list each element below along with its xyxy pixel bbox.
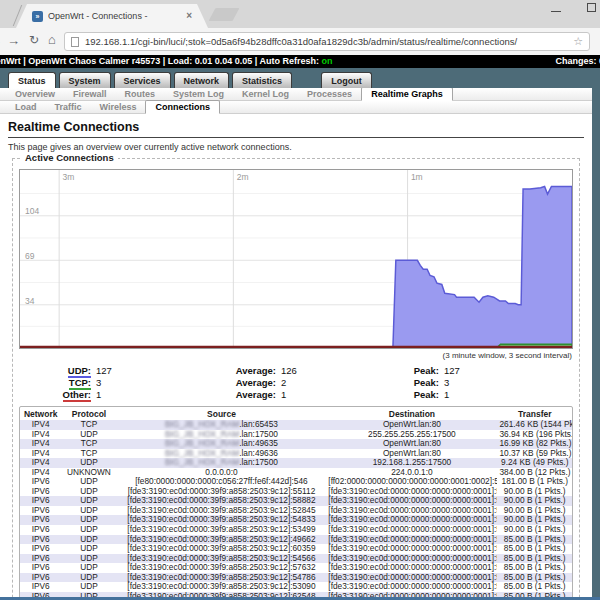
tab-realtime-graphs[interactable]: Realtime Graphs <box>361 88 453 101</box>
series-udp <box>20 187 572 348</box>
cell-source: BIG_JB_HOX_RAM.lan:65453 <box>117 420 327 430</box>
cell-transfer: 16.99 KB (82 Pkts.) <box>497 439 572 449</box>
col-header-protocol: Protocol <box>61 407 116 420</box>
connection-row: IPV4TCPBIG_JB_HOX_RAM.lan:49635OpenWrt.l… <box>20 439 572 449</box>
main-tabs: StatusSystemServicesNetworkStatisticsLog… <box>8 72 375 88</box>
cell-destination: [fde3:3190:ec0d:0000:0000:0000:0000:0001… <box>326 506 497 516</box>
url-text[interactable]: 192.168.1.1/cgi-bin/luci/;stok=0d5a6f94b… <box>85 36 567 47</box>
connection-row: IPV6UDP[fde3:3190:ec0d:0000:39f9:a858:25… <box>20 544 572 554</box>
tab-traffic[interactable]: Traffic <box>46 101 91 113</box>
changes-indicator[interactable]: Changes: 0 <box>555 55 600 68</box>
legend-average-label: Average: <box>216 365 276 376</box>
cell-source: BIG_JB_HOX_RAM.lan:17500 <box>117 430 327 440</box>
source-text: [fde3:3190:ec0d:0000:39f9:a858:2503:9c12… <box>127 535 315 544</box>
tab-status[interactable]: Status <box>8 72 56 88</box>
legend-value: 3 <box>91 377 216 388</box>
cell-destination: [fde3:3190:ec0d:0000:0000:0000:0000:0001… <box>326 496 497 506</box>
tab-load[interactable]: Load <box>6 101 46 113</box>
redacted-hostname: BIG_JB_HOX_RAM <box>165 430 239 439</box>
tab-network[interactable]: Network <box>174 72 230 88</box>
cell-transfer: 181.00 B (1 Pkts.) <box>497 477 572 487</box>
tab-overview[interactable]: Overview <box>6 88 64 100</box>
legend-average-label: Average: <box>216 389 276 400</box>
back-icon[interactable]: ← <box>0 33 2 48</box>
cell-protocol: UNKNOWN <box>61 468 116 478</box>
tab-firewall[interactable]: Firewall <box>64 88 116 100</box>
cell-source: [fe80:0000:0000:0000:c056:27ff:fe6f:442d… <box>117 477 327 487</box>
tab-processes[interactable]: Processes <box>298 88 361 100</box>
connection-row: IPV4TCPBIG_JB_HOX_RAM.lan:49636OpenWrt.l… <box>20 449 572 459</box>
source-text: .lan:65453 <box>239 420 278 429</box>
tab-title: OpenWrt - Connections - <box>48 11 181 21</box>
tab-wireless[interactable]: Wireless <box>91 101 146 113</box>
tab-statistics[interactable]: Statistics <box>232 72 292 88</box>
col-header-network: Network <box>20 407 61 420</box>
legend-value: 127 <box>91 365 216 376</box>
redacted-hostname: BIG_JB_HOX_RAM <box>165 439 239 448</box>
cell-transfer: 85.00 B (1 Pkts.) <box>497 544 572 554</box>
forward-icon[interactable]: → <box>7 33 20 48</box>
cell-transfer: 261.46 KB (1544 Pkts.) <box>497 420 572 430</box>
reload-icon[interactable]: ↻ <box>29 33 39 47</box>
status-left-text: OpenWrt | OpenWrt Chaos Calmer r45573 | … <box>0 56 322 66</box>
connection-row: IPV4TCPBIG_JB_HOX_RAM.lan:65453OpenWrt.l… <box>20 420 572 430</box>
page-description: This page gives an overview over current… <box>8 142 584 152</box>
source-text: .lan:49636 <box>239 449 278 458</box>
cell-destination: [fde3:3190:ec0d:0000:0000:0000:0000:0001… <box>326 573 497 583</box>
series-other <box>20 347 572 348</box>
content-area: OverviewFirewallRoutesSystem LogKernel L… <box>0 88 592 597</box>
table-header-row: NetworkProtocolSourceDestinationTransfer <box>20 407 572 420</box>
cell-transfer: 9.24 KB (49 Pkts.) <box>497 458 572 468</box>
page-icon[interactable] <box>71 37 79 47</box>
cell-destination: [fde3:3190:ec0d:0000:0000:0000:0000:0001… <box>326 582 497 592</box>
new-tab-button[interactable] <box>209 8 240 21</box>
connection-row: IPV6UDP[fde3:3190:ec0d:0000:39f9:a858:25… <box>20 563 572 573</box>
connection-row: IPV4UDPBIG_JB_HOX_RAM.lan:17500192.168.1… <box>20 458 572 468</box>
cell-network: IPV4 <box>20 430 61 440</box>
cell-protocol: TCP <box>61 420 116 430</box>
home-icon[interactable]: ⌂ <box>48 32 56 47</box>
tab-services[interactable]: Services <box>114 72 171 88</box>
source-text: [fde3:3190:ec0d:0000:39f9:a858:2503:9c12… <box>127 554 315 563</box>
minimize-icon[interactable] <box>551 11 561 12</box>
active-connections-section: Active Connections 10469343m2m1m (3 minu… <box>12 158 580 597</box>
cell-destination: [fde3:3190:ec0d:0000:0000:0000:0000:0001… <box>326 525 497 535</box>
browser-tab[interactable]: » OpenWrt - Connections - × <box>16 4 208 28</box>
page-title: Realtime Connections <box>8 120 584 138</box>
cell-protocol: UDP <box>61 496 116 506</box>
screenshot-stage: » OpenWrt - Connections - × ← → ↻ ⌂ 192.… <box>0 0 600 600</box>
cell-protocol: UDP <box>61 554 116 564</box>
chart-caption: (3 minute window, 3 second interval) <box>20 351 572 360</box>
source-text: [fde3:3190:ec0d:0000:39f9:a858:2503:9c12… <box>127 515 315 524</box>
bookmark-star-icon[interactable]: ☆ <box>573 35 583 48</box>
section-title: Active Connections <box>21 152 118 163</box>
maximize-icon[interactable] <box>587 3 596 12</box>
cell-source: [fde3:3190:ec0d:0000:39f9:a858:2503:9c12… <box>117 506 327 516</box>
source-text: 0.0.0.0:0 <box>205 468 237 477</box>
tab-system[interactable]: System <box>59 72 111 88</box>
page-background: OverviewFirewallRoutesSystem LogKernel L… <box>0 88 600 597</box>
connection-row: IPV6UDP[fde3:3190:ec0d:0000:39f9:a858:25… <box>20 535 572 545</box>
cell-transfer: 85.00 B (1 Pkts.) <box>497 582 572 592</box>
url-bar[interactable]: 192.168.1.1/cgi-bin/luci/;stok=0d5a6f94b… <box>64 32 590 51</box>
cell-protocol: UDP <box>61 515 116 525</box>
tab-kernel-log[interactable]: Kernel Log <box>233 88 298 100</box>
connection-row: IPV6UDP[fde3:3190:ec0d:0000:39f9:a858:25… <box>20 582 572 592</box>
source-text: [fde3:3190:ec0d:0000:39f9:a858:2503:9c12… <box>128 487 316 496</box>
tab-close-icon[interactable]: × <box>186 11 192 21</box>
cell-destination: OpenWrt.lan:80 <box>326 420 497 430</box>
cell-transfer: 384.00 B (12 Pkts.) <box>497 468 572 478</box>
legend-peak-value: 1 <box>439 389 573 400</box>
tab-logout[interactable]: Logout <box>321 72 372 88</box>
source-text: [fde3:3190:ec0d:0000:39f9:a858:2503:9c12… <box>127 573 315 582</box>
tab-connections[interactable]: Connections <box>145 100 220 114</box>
tab-system-log[interactable]: System Log <box>164 88 233 100</box>
cell-protocol: UDP <box>61 487 116 497</box>
cell-destination: [fde3:3190:ec0d:0000:0000:0000:0000:0001… <box>326 544 497 554</box>
cell-protocol: UDP <box>61 563 116 573</box>
cell-transfer: 85.00 B (1 Pkts.) <box>497 563 572 573</box>
cell-source: [fde3:3190:ec0d:0000:39f9:a858:2503:9c12… <box>117 525 327 535</box>
window-controls <box>551 3 596 12</box>
tab-routes[interactable]: Routes <box>116 88 165 100</box>
cell-destination: 224.0.0.1:0 <box>326 468 497 478</box>
